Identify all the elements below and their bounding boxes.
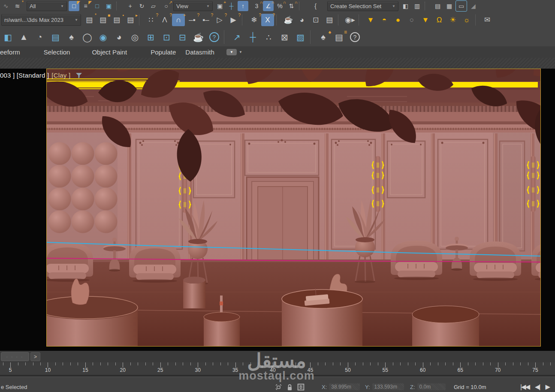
sphere-light-icon[interactable]: ●	[392, 14, 404, 26]
timeline-ruler[interactable]: 51015202530354045505560657075	[0, 362, 555, 377]
sun-rays-icon[interactable]: ☼	[460, 14, 473, 26]
grid-points-icon[interactable]: ∷?	[145, 14, 157, 26]
fire-ring-icon[interactable]: ◯	[80, 30, 94, 44]
edit-script-icon[interactable]: ▤▸	[124, 14, 137, 26]
macro-recorder-icon[interactable]: ▤*	[83, 14, 96, 26]
next-frame-arrow-button[interactable]: >	[30, 352, 40, 361]
edge-partial-icon[interactable]: ◧	[1, 30, 15, 44]
select-and-move-button[interactable]: +	[125, 1, 136, 11]
time-slider-handle[interactable]: · · · ·	[1, 352, 29, 361]
go-to-start-button[interactable]: |◀◀	[520, 383, 529, 391]
percent-snap-toggle[interactable]: %∩	[274, 1, 285, 11]
tab-datasmith[interactable]: Datasmith	[185, 48, 214, 56]
y-coordinate-field[interactable]: 133.593m	[372, 383, 404, 390]
selection-lock-icon[interactable]	[287, 383, 293, 391]
dome-light-icon[interactable]: ◓	[378, 14, 391, 26]
absolute-mode-icon[interactable]	[297, 383, 305, 391]
expand-squares-icon[interactable]: ▨	[293, 30, 308, 44]
slider-min-icon[interactable]: –▪?	[186, 14, 199, 26]
xform-toggle-button[interactable]: X?	[261, 14, 274, 26]
help-button[interactable]: ?	[207, 30, 221, 44]
palette-icon[interactable]: ◕	[112, 30, 126, 44]
window-columns-icon[interactable]: ⊞	[144, 30, 158, 44]
track-bar[interactable]: · · · · >	[0, 351, 555, 363]
target-light-icon[interactable]: ▼	[419, 14, 432, 26]
paint-objects-icon[interactable]: ⊠	[278, 30, 292, 44]
slider-max-icon[interactable]: ▪–?	[199, 14, 212, 26]
viewport-style-label[interactable]: [Standard ]	[17, 72, 49, 79]
tab-populate[interactable]: Populate	[151, 48, 176, 56]
arrow-filled-icon[interactable]: ▶?	[227, 14, 240, 26]
previous-frame-button[interactable]: ◀|	[535, 383, 540, 391]
keyboard-shortcut-override-toggle[interactable]: ↑	[238, 1, 248, 11]
isolate-selection-icon[interactable]	[275, 383, 282, 391]
project-folder-dropdown[interactable]: rs\wan\...\3ds Max 2023▼	[1, 14, 81, 26]
edit-named-selection-sets-button[interactable]: {	[310, 1, 321, 11]
snaps-toggle-button[interactable]: ∩+	[172, 14, 185, 26]
reference-coordinate-system-dropdown[interactable]: View▼	[173, 1, 213, 11]
lines-document-icon[interactable]: ▤≡	[332, 30, 346, 44]
open-script-icon[interactable]: ▤■	[97, 14, 109, 26]
create-selection-set-dropdown[interactable]: Create Selection Set▼	[327, 1, 398, 11]
use-pivot-point-center-button[interactable]: ▣+	[214, 1, 225, 11]
mirror-button[interactable]: ◧	[400, 1, 411, 11]
align-button[interactable]: ▥	[412, 1, 422, 11]
script-links-icon[interactable]: ▤▪	[110, 14, 123, 26]
ik-chain-icon[interactable]: Λ?	[158, 14, 171, 26]
teapot-preview-icon[interactable]: ☕	[191, 30, 205, 44]
render-presets-icon[interactable]: ▤	[323, 14, 336, 26]
window-play-icon[interactable]: ⊡	[160, 30, 174, 44]
select-and-place-button[interactable]: ○↗	[161, 1, 172, 11]
spinner-snap-toggle[interactable]: ⇅∩	[286, 1, 297, 11]
render-iterative-icon[interactable]: ◕	[296, 14, 308, 26]
x-coordinate-field[interactable]: 38.995m	[329, 383, 360, 390]
teapot-render-icon[interactable]: ☕	[282, 14, 295, 26]
sun-positioner-icon[interactable]: ☀	[446, 14, 459, 26]
forest-trees-icon[interactable]: ♠♠	[316, 30, 330, 44]
viewport-canvas[interactable]	[46, 69, 541, 347]
select-by-name-button[interactable]: ≡◤	[80, 1, 91, 11]
envelope-icon[interactable]: ✉	[481, 14, 494, 26]
snap-toggle-3d-button[interactable]: 3∩	[251, 1, 262, 11]
selection-filter-dropdown[interactable]: All▼	[27, 1, 67, 11]
rectangular-selection-region-button[interactable]: □	[92, 1, 103, 11]
select-and-manipulate-button[interactable]: ┼	[226, 1, 237, 11]
curve-editor-button[interactable]: ◢	[468, 1, 479, 11]
freeze-snowflake-icon[interactable]: ❄?	[247, 14, 260, 26]
select-and-scale-button[interactable]: ▱	[148, 1, 159, 11]
play-button[interactable]: ▶	[545, 383, 549, 391]
scatter-spheres-icon[interactable]: ∴	[262, 30, 276, 44]
select-object-button[interactable]: □◤	[69, 1, 79, 11]
viewport-label[interactable]: 003 ] [Standard ] [Clay ]	[0, 72, 82, 79]
layered-spheres-icon[interactable]: ◉	[96, 30, 110, 44]
scene-explorer-toggle[interactable]: ▭	[455, 0, 467, 12]
video-camera-icon[interactable]: ◉▸	[344, 14, 356, 26]
arrow-outline-icon[interactable]: ▷?	[213, 14, 226, 26]
render-setup-icon[interactable]: ⊡	[309, 14, 322, 26]
z-coordinate-field[interactable]: 0.0m	[417, 383, 446, 390]
unlink-selection-icon[interactable]: ≋*	[12, 1, 23, 11]
transform-out-icon[interactable]: ↗	[230, 30, 244, 44]
viewport-camera-name[interactable]: 003 ]	[0, 72, 15, 79]
terrain-icon[interactable]: ▲	[17, 30, 31, 44]
help2-button[interactable]: ?	[348, 30, 362, 44]
tab-selection[interactable]: Selection	[44, 48, 70, 56]
geodesic-sphere-icon[interactable]: ○	[405, 14, 418, 26]
angle-snap-toggle[interactable]: ∠∩	[263, 1, 274, 11]
free-light-icon[interactable]: Ω	[433, 14, 446, 26]
ribbon-overflow-button[interactable]: ▼▼	[226, 49, 242, 55]
select-and-link-icon[interactable]: ∿	[0, 1, 11, 11]
pivot-target-icon[interactable]: ┼	[246, 30, 260, 44]
tree-cutout-icon[interactable]: ♠	[64, 30, 78, 44]
list-document-icon[interactable]: ▤	[48, 30, 63, 44]
window-crossing-toggle[interactable]: ▣	[103, 1, 114, 11]
tab-object-paint[interactable]: Object Paint	[92, 48, 127, 56]
window-split-icon[interactable]: ⊟	[175, 30, 190, 44]
layer-explorer-button[interactable]: ▤	[432, 1, 443, 11]
boolean-saw-icon[interactable]: ◔	[33, 30, 47, 44]
lightbulb-icon[interactable]: ◎	[128, 30, 142, 44]
target-spot-light-icon[interactable]: ▼	[364, 14, 377, 26]
select-and-rotate-button[interactable]: ↻	[136, 1, 147, 11]
viewport-filter-icon[interactable]	[75, 72, 82, 78]
manage-layers-button[interactable]: ▦	[444, 1, 455, 11]
